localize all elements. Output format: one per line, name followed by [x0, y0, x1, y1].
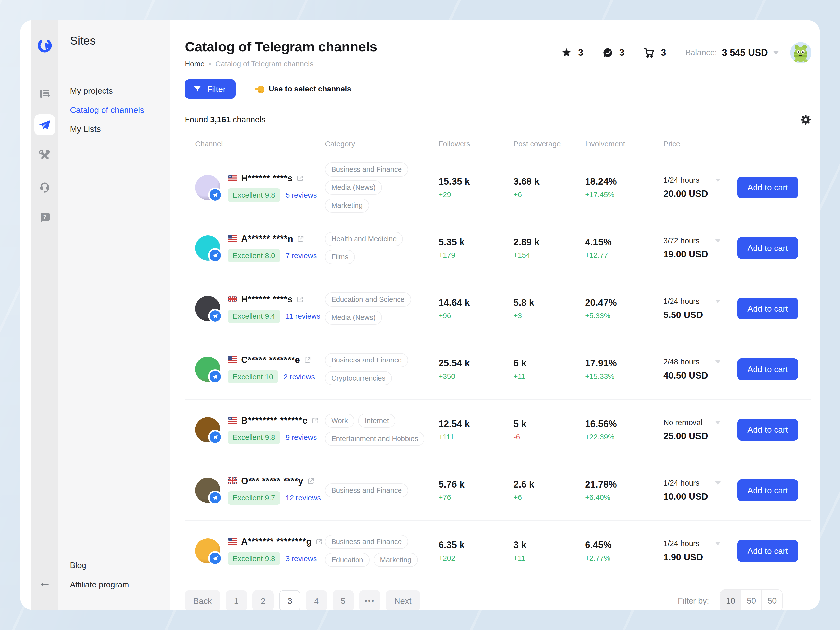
- price-option-label: 1/24 hours: [663, 539, 699, 548]
- channel-avatar: [195, 417, 220, 442]
- telegram-badge-icon: [208, 491, 223, 505]
- external-link-icon[interactable]: [297, 175, 304, 182]
- favorites-counter[interactable]: 3: [561, 47, 583, 58]
- add-to-cart-button[interactable]: Add to cart: [737, 419, 798, 441]
- reviews-link[interactable]: 11 reviews: [286, 312, 321, 320]
- involvement-cell: 6.45% +2.77%: [585, 540, 663, 562]
- pagination-page-4[interactable]: 4: [306, 590, 327, 610]
- breadcrumb-separator: [209, 63, 211, 65]
- channel-name[interactable]: H****** ****s: [241, 173, 293, 184]
- page-size-option-50-1[interactable]: 50: [741, 590, 761, 610]
- channel-name[interactable]: A****** ****n: [241, 234, 293, 244]
- sidebar-item-my-projects[interactable]: My projects: [70, 86, 144, 96]
- messages-counter[interactable]: 3: [603, 47, 625, 58]
- category-tag: Education and Science: [325, 293, 411, 307]
- sidebar-icon-tools[interactable]: [34, 146, 55, 166]
- category-tag: Internet: [358, 414, 395, 428]
- pagination-page-1[interactable]: 1: [226, 590, 247, 610]
- involvement-delta: +17.45%: [585, 190, 663, 199]
- channel-name[interactable]: O*** ***** ****y: [241, 476, 303, 486]
- price-option-label: 1/24 hours: [663, 176, 699, 185]
- involvement-delta: +22.39%: [585, 433, 663, 441]
- post-coverage-cell: 5 k -6: [513, 419, 585, 441]
- pagination-ellipsis-button[interactable]: •••: [359, 590, 381, 610]
- sidebar-icon-telegram-catalog[interactable]: [34, 114, 55, 135]
- breadcrumb-home[interactable]: Home: [185, 60, 205, 68]
- price-option-dropdown[interactable]: 3/72 hours: [663, 236, 721, 245]
- sidebar-icon-support[interactable]: [34, 176, 55, 197]
- add-to-cart-button[interactable]: Add to cart: [737, 298, 798, 320]
- price-cell: 1/24 hours 20.00 USD: [663, 176, 737, 199]
- page-size-option-50-2[interactable]: 50: [761, 590, 782, 610]
- add-to-cart-button[interactable]: Add to cart: [737, 480, 798, 501]
- price-option-dropdown[interactable]: 1/24 hours: [663, 176, 721, 185]
- channel-name[interactable]: A******* ********g: [241, 537, 312, 547]
- involvement-value: 4.15%: [585, 237, 663, 247]
- category-tags: Education and ScienceMedia (News): [325, 293, 439, 324]
- add-to-cart-button[interactable]: Add to cart: [737, 540, 798, 562]
- table-row: O*** ***** ****y Excellent 9.7 12 review…: [185, 460, 812, 521]
- coverage-value: 5 k: [513, 419, 585, 429]
- add-to-cart-button[interactable]: Add to cart: [737, 358, 798, 380]
- balance-dropdown[interactable]: Balance: 3 545 USD: [685, 47, 779, 58]
- price-option-dropdown[interactable]: No removal: [663, 418, 721, 427]
- price-option-dropdown[interactable]: 2/48 hours: [663, 358, 721, 366]
- price-value: 19.00 USD: [663, 249, 737, 260]
- pagination-page-5[interactable]: 5: [333, 590, 354, 610]
- table-settings-gear-icon[interactable]: [800, 114, 812, 125]
- involvement-value: 16.56%: [585, 419, 663, 429]
- pagination-page-3[interactable]: 3: [279, 590, 300, 610]
- external-link-icon[interactable]: [297, 296, 304, 303]
- app-logo-icon[interactable]: [34, 35, 55, 56]
- price-cell: 3/72 hours 19.00 USD: [663, 236, 737, 260]
- channel-name[interactable]: B******** ******e: [241, 415, 308, 426]
- pagination-page-2[interactable]: 2: [253, 590, 274, 610]
- followers-cell: 5.35 k +179: [439, 237, 513, 260]
- price-option-dropdown[interactable]: 1/24 hours: [663, 479, 721, 488]
- channel-name[interactable]: H****** ****s: [241, 294, 293, 305]
- pagination-next-button[interactable]: Next: [386, 590, 420, 610]
- followers-value: 5.35 k: [439, 237, 513, 247]
- sidebar-item-blog[interactable]: Blog: [70, 561, 129, 570]
- column-header-post-coverage: Post coverage: [513, 140, 585, 148]
- sidebar-icon-projects[interactable]: [34, 84, 55, 104]
- sidebar-item-my-lists[interactable]: My Lists: [70, 124, 144, 134]
- reviews-link[interactable]: 2 reviews: [283, 373, 315, 381]
- cart-cell: Add to cart: [737, 540, 812, 562]
- reviews-link[interactable]: 9 reviews: [286, 433, 317, 442]
- external-link-icon[interactable]: [311, 417, 319, 424]
- price-option-label: No removal: [663, 418, 703, 427]
- category-tag: Marketing: [325, 199, 369, 213]
- add-to-cart-button[interactable]: Add to cart: [737, 177, 798, 198]
- breadcrumb-current: Catalog of Telegram channels: [215, 60, 313, 68]
- sidebar-item-affiliate-program[interactable]: Affiliate program: [70, 580, 129, 589]
- user-avatar[interactable]: [790, 42, 812, 63]
- collapse-sidebar-arrow-icon[interactable]: ←: [34, 571, 55, 592]
- price-option-dropdown[interactable]: 1/24 hours: [663, 297, 721, 306]
- price-value: 1.90 USD: [663, 552, 737, 562]
- filter-button[interactable]: Filter: [185, 79, 236, 99]
- add-to-cart-button[interactable]: Add to cart: [737, 237, 798, 259]
- sidebar-menu: My projectsCatalog of channelsMy Lists: [70, 86, 144, 134]
- external-link-icon[interactable]: [316, 538, 323, 545]
- telegram-badge-icon: [208, 430, 223, 444]
- pagination-back-button[interactable]: Back: [185, 590, 220, 610]
- reviews-link[interactable]: 3 reviews: [286, 554, 317, 563]
- reviews-link[interactable]: 12 reviews: [286, 494, 321, 502]
- rating-badge: Excellent 10: [228, 370, 278, 383]
- telegram-badge-icon: [208, 309, 223, 323]
- price-option-dropdown[interactable]: 1/24 hours: [663, 539, 721, 548]
- page-size-options: 105050: [720, 589, 783, 610]
- sidebar-icon-help[interactable]: ?: [34, 207, 55, 228]
- reviews-link[interactable]: 7 reviews: [286, 252, 317, 260]
- reviews-link[interactable]: 5 reviews: [286, 191, 317, 199]
- sidebar-item-catalog-of-channels[interactable]: Catalog of channels: [70, 105, 144, 115]
- channel-name[interactable]: C***** *******e: [241, 355, 300, 365]
- channel-cell: H****** ****s Excellent 9.4 11 reviews: [185, 294, 325, 323]
- cart-counter[interactable]: 3: [644, 47, 666, 58]
- external-link-icon[interactable]: [297, 235, 304, 242]
- post-coverage-cell: 2.6 k +6: [513, 479, 585, 502]
- external-link-icon[interactable]: [307, 478, 314, 484]
- page-size-option-10-0[interactable]: 10: [720, 590, 741, 610]
- external-link-icon[interactable]: [304, 356, 311, 364]
